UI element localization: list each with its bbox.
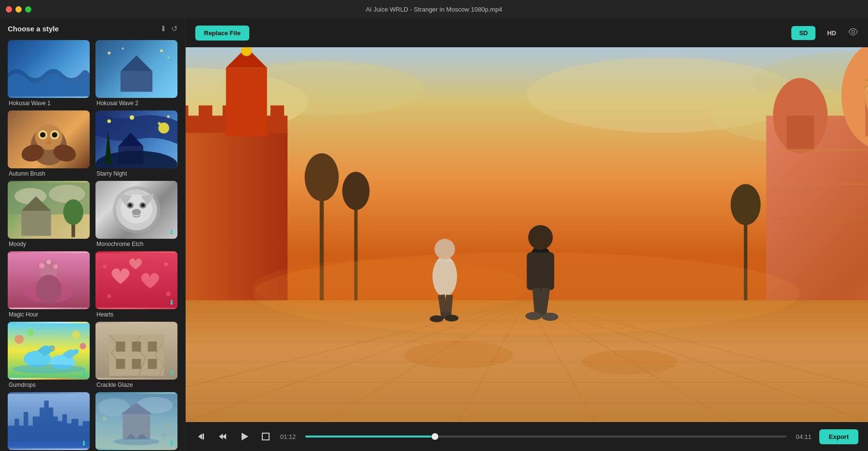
svg-rect-66 (148, 342, 157, 352)
style-label-hokusai2: Hokusai Wave 2 (95, 100, 177, 107)
svg-rect-65 (132, 342, 141, 352)
svg-marker-1 (121, 55, 152, 71)
style-thumb-hearts: ⬇ (95, 251, 177, 309)
style-thumb-crackle-glaze: ⬇ (95, 322, 177, 380)
style-label-hokusai1: Hokusai Wave 1 (8, 100, 90, 107)
progress-handle[interactable] (432, 433, 438, 440)
maximize-button[interactable] (25, 6, 31, 13)
style-thumb-autumn-brush (8, 110, 90, 168)
skip-back-button[interactable] (195, 430, 209, 443)
style-thumb-blue-pen: ⬇ (8, 392, 90, 450)
play-button[interactable] (238, 430, 251, 443)
svg-point-143 (528, 225, 553, 250)
download-badge-monochrome: ⬇ (169, 228, 175, 236)
svg-point-45 (46, 260, 51, 264)
svg-point-26 (49, 185, 85, 203)
style-label-magic-hour: Magic Hour (8, 311, 90, 318)
style-item-hokusai2[interactable]: Hokusai Wave 2 (93, 38, 180, 109)
sidebar: Choose a style ⬇ ↺ Hokusai Wave 1 (0, 18, 186, 451)
svg-point-30 (63, 199, 83, 225)
svg-point-11 (52, 132, 57, 137)
replace-file-button[interactable]: Replace File (195, 26, 249, 41)
style-label-hearts: Hearts (95, 311, 177, 318)
download-badge-hearts: ⬇ (169, 299, 175, 306)
download-badge-gumdrops: ⬇ (81, 369, 87, 377)
svg-marker-154 (222, 434, 226, 439)
svg-point-61 (80, 343, 86, 349)
style-item-gumdrops[interactable]: ⬇ Gumdrops (5, 320, 93, 390)
end-time: 04:11 (794, 433, 812, 440)
svg-rect-77 (123, 414, 150, 439)
style-item-crackle-glaze[interactable]: ⬇ Crackle Glaze (93, 320, 180, 390)
svg-rect-27 (21, 211, 51, 236)
svg-point-60 (72, 330, 80, 339)
player-controls: 01:12 04:11 Export (186, 422, 868, 451)
minimize-button[interactable] (15, 6, 22, 13)
svg-point-78 (114, 438, 159, 445)
style-thumb-gumdrops: ⬇ (8, 322, 90, 380)
sd-button[interactable]: SD (791, 26, 815, 40)
svg-rect-96 (186, 106, 189, 119)
export-button[interactable]: Export (819, 429, 858, 444)
main-layout: Choose a style ⬇ ↺ Hokusai Wave 1 (0, 18, 868, 451)
step-back-button[interactable] (217, 430, 230, 443)
style-item-moody[interactable]: Moody (5, 179, 93, 249)
style-thumb-hokusai1 (8, 40, 90, 98)
svg-point-57 (12, 364, 85, 373)
style-item-magic-hour[interactable]: Magic Hour (5, 249, 93, 320)
style-item-hearts[interactable]: ⬇ Hearts (93, 249, 180, 320)
svg-point-9 (40, 132, 45, 137)
current-time: 01:12 (280, 433, 298, 440)
style-item-autumn-brush[interactable]: Autumn Brush (5, 109, 93, 179)
style-label-crackle-glaze: Crackle Glaze (95, 382, 177, 388)
svg-rect-0 (121, 71, 152, 92)
svg-rect-100 (271, 106, 284, 119)
svg-marker-156 (242, 433, 248, 440)
svg-point-50 (164, 262, 168, 266)
style-item-starry-night[interactable]: Starry Night (93, 109, 180, 179)
style-item-blue-pen[interactable]: ⬇ Blue Pen (5, 390, 93, 451)
quality-controls: SD HD (791, 26, 858, 40)
video-frame (186, 47, 868, 422)
svg-point-16 (130, 115, 134, 120)
style-thumb-impressionist: ⬇ (95, 392, 177, 450)
eye-icon[interactable] (848, 28, 858, 38)
svg-marker-152 (198, 434, 202, 439)
style-thumb-hokusai2 (95, 40, 177, 98)
window-title: AI Juice WRLD - Stranger in Moscow 1080p… (366, 6, 502, 13)
content-area: Replace File SD HD (186, 18, 868, 451)
progress-bar[interactable] (305, 436, 787, 437)
svg-marker-155 (219, 434, 223, 439)
style-thumb-monochrome-etch: ⬇ (95, 181, 177, 239)
svg-point-2 (108, 52, 111, 55)
svg-point-135 (582, 350, 678, 374)
style-item-impressionist[interactable]: ⬇ Impressionist (93, 390, 180, 451)
download-badge-crackle-glaze: ⬇ (169, 369, 175, 377)
svg-point-82 (852, 30, 854, 33)
svg-point-15 (108, 119, 111, 123)
style-item-monochrome-etch[interactable]: ⬇ Monochrome Etch (93, 179, 180, 249)
hd-button[interactable]: HD (819, 26, 844, 40)
close-button[interactable] (6, 6, 12, 13)
sidebar-actions: ⬇ ↺ (160, 24, 177, 33)
svg-rect-63 (109, 335, 163, 376)
svg-point-79 (102, 417, 107, 421)
style-label-moody: Moody (8, 241, 90, 247)
svg-point-150 (253, 260, 527, 314)
svg-point-58 (14, 335, 24, 344)
svg-point-49 (108, 294, 111, 298)
svg-point-48 (166, 292, 170, 296)
video-container (186, 47, 868, 422)
style-item-hokusai1[interactable]: Hokusai Wave 1 (5, 38, 93, 109)
download-icon[interactable]: ⬇ (160, 24, 166, 33)
svg-point-42 (36, 275, 62, 304)
stop-button[interactable] (259, 430, 272, 443)
style-label-starry-night: Starry Night (95, 170, 177, 177)
download-badge-impressionist: ⬇ (169, 439, 175, 447)
svg-point-3 (122, 48, 124, 50)
svg-point-44 (53, 264, 57, 269)
svg-point-18 (167, 115, 170, 118)
styles-grid: Hokusai Wave 1 Hokusai Wave 2 (0, 38, 185, 451)
sidebar-title: Choose a style (8, 25, 59, 33)
refresh-icon[interactable]: ↺ (171, 24, 177, 33)
